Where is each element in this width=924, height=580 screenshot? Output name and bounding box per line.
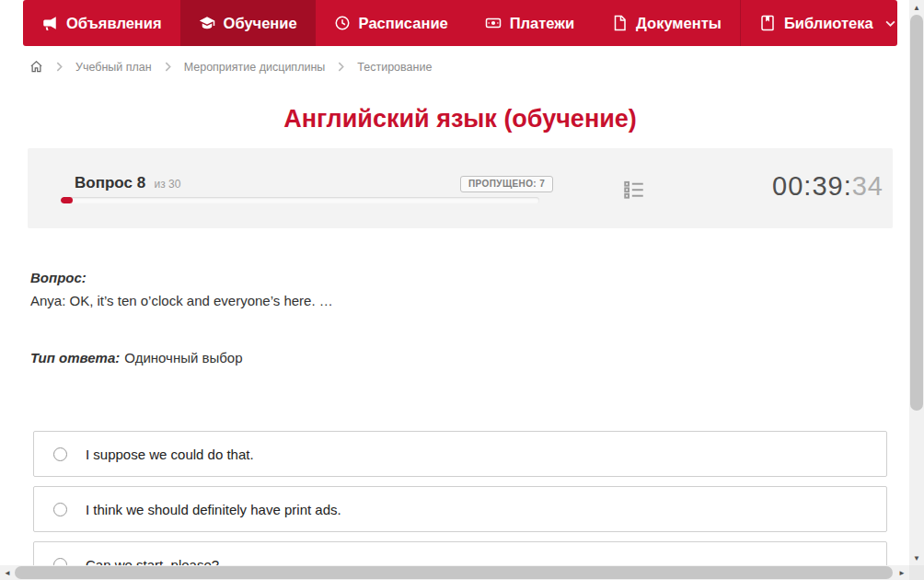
chevron-right-icon — [338, 62, 344, 72]
answer-type-label: Тип ответа: — [30, 350, 120, 365]
document-icon — [611, 15, 628, 31]
nav-item-label: Библиотека — [784, 15, 873, 32]
nav-item-label: Документы — [636, 15, 722, 32]
megaphone-icon — [41, 15, 58, 31]
question-number: Вопрос 8 — [75, 174, 145, 191]
scrollbar-corner — [909, 565, 924, 580]
quiz-header: Вопрос 8 из 30 ПРОПУЩЕНО: 7 00:39:34 — [28, 148, 893, 228]
breadcrumb-item-testing[interactable]: Тестирование — [357, 61, 432, 74]
vertical-scroll-thumb[interactable] — [910, 15, 923, 411]
radio-icon[interactable] — [53, 447, 67, 461]
question-total: из 30 — [155, 178, 181, 191]
nav-item-schedule[interactable]: Расписание — [316, 0, 467, 46]
nav-item-library[interactable]: Библиотека — [740, 0, 897, 46]
breadcrumb-item-discipline-event[interactable]: Мероприятие дисциплины — [184, 61, 326, 74]
nav-item-label: Обучение — [224, 15, 297, 32]
breadcrumb: Учебный план Мероприятие дисциплины Тест… — [29, 60, 897, 74]
question-list-icon[interactable] — [622, 178, 646, 202]
question-heading: Вопрос: — [30, 271, 897, 285]
scroll-right-arrow[interactable]: ► — [895, 565, 909, 580]
graduation-cap-icon — [199, 15, 215, 31]
answer-option-1[interactable]: I suppose we could do that. — [33, 431, 887, 477]
breadcrumb-item-curriculum[interactable]: Учебный план — [75, 61, 152, 74]
question-text: Anya: OK, it’s ten o’clock and everyone’… — [30, 294, 897, 308]
nav-item-label: Платежи — [510, 15, 574, 32]
radio-icon[interactable] — [53, 503, 67, 516]
home-icon[interactable] — [29, 60, 43, 74]
nav-item-payments[interactable]: Платежи — [467, 0, 593, 46]
scroll-down-arrow[interactable]: ▼ — [909, 551, 924, 565]
progress-fill — [61, 197, 73, 203]
nav-item-label: Расписание — [359, 15, 448, 32]
chevron-down-icon — [882, 20, 895, 27]
option-label: I suppose we could do that. — [86, 447, 254, 462]
nav-item-announcements[interactable]: Объявления — [23, 0, 180, 46]
timer-hours-minutes: 00:39: — [772, 171, 852, 201]
chevron-right-icon — [165, 62, 171, 72]
answer-type-value: Одиночный выбор — [124, 350, 242, 365]
clock-icon — [334, 15, 351, 31]
timer-seconds: 34 — [852, 171, 884, 201]
horizontal-scroll-thumb[interactable] — [15, 566, 893, 579]
nav-item-documents[interactable]: Документы — [593, 0, 740, 46]
question-section: Вопрос: Anya: OK, it’s ten o’clock and e… — [30, 271, 897, 308]
progress-bar — [61, 197, 539, 203]
scroll-left-arrow[interactable]: ◄ — [0, 565, 15, 580]
page-title: Английский язык (обучение) — [23, 104, 897, 133]
timer: 00:39:34 — [772, 170, 884, 202]
banknote-icon — [485, 15, 502, 31]
question-counter: Вопрос 8 из 30 — [75, 175, 180, 192]
option-label: I think we should definitely have print … — [86, 502, 341, 517]
top-navigation: Объявления Обучение Расписание Платежи Д… — [23, 0, 897, 46]
horizontal-scrollbar[interactable]: ◄ ► — [0, 565, 909, 580]
scroll-up-arrow[interactable]: ▲ — [909, 0, 924, 15]
chevron-right-icon — [56, 62, 63, 72]
answer-options: I suppose we could do that. I think we s… — [33, 431, 887, 580]
nav-item-education[interactable]: Обучение — [180, 0, 316, 46]
answer-option-2[interactable]: I think we should definitely have print … — [33, 486, 887, 532]
vertical-scrollbar[interactable]: ▲ ▼ — [909, 0, 924, 565]
nav-item-label: Объявления — [66, 15, 162, 32]
skipped-badge: ПРОПУЩЕНО: 7 — [460, 176, 553, 192]
book-icon — [759, 15, 776, 31]
page-content: Объявления Обучение Расписание Платежи Д… — [23, 0, 897, 580]
answer-type-row: Тип ответа:Одиночный выбор — [30, 351, 897, 365]
